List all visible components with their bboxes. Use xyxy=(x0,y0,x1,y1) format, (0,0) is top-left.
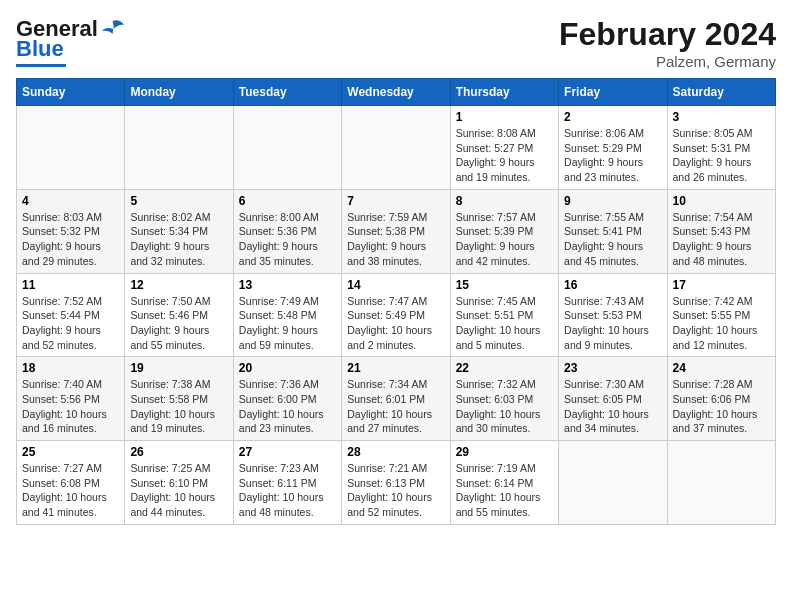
calendar-cell: 29Sunrise: 7:19 AMSunset: 6:14 PMDayligh… xyxy=(450,441,558,525)
calendar-cell: 7Sunrise: 7:59 AMSunset: 5:38 PMDaylight… xyxy=(342,189,450,273)
day-number: 9 xyxy=(564,194,661,208)
day-info: Sunrise: 7:34 AMSunset: 6:01 PMDaylight:… xyxy=(347,377,444,436)
day-number: 4 xyxy=(22,194,119,208)
weekday-header-thursday: Thursday xyxy=(450,79,558,106)
day-info: Sunrise: 8:03 AMSunset: 5:32 PMDaylight:… xyxy=(22,210,119,269)
calendar-cell: 17Sunrise: 7:42 AMSunset: 5:55 PMDayligh… xyxy=(667,273,775,357)
page-header: General Blue February 2024 Palzem, Germa… xyxy=(16,16,776,70)
day-info: Sunrise: 7:25 AMSunset: 6:10 PMDaylight:… xyxy=(130,461,227,520)
calendar-cell xyxy=(342,106,450,190)
day-number: 20 xyxy=(239,361,336,375)
day-number: 3 xyxy=(673,110,770,124)
weekday-header-tuesday: Tuesday xyxy=(233,79,341,106)
day-info: Sunrise: 7:42 AMSunset: 5:55 PMDaylight:… xyxy=(673,294,770,353)
day-info: Sunrise: 7:27 AMSunset: 6:08 PMDaylight:… xyxy=(22,461,119,520)
day-info: Sunrise: 7:38 AMSunset: 5:58 PMDaylight:… xyxy=(130,377,227,436)
calendar-cell xyxy=(125,106,233,190)
day-info: Sunrise: 7:28 AMSunset: 6:06 PMDaylight:… xyxy=(673,377,770,436)
calendar-cell: 12Sunrise: 7:50 AMSunset: 5:46 PMDayligh… xyxy=(125,273,233,357)
calendar-cell xyxy=(233,106,341,190)
day-number: 10 xyxy=(673,194,770,208)
day-number: 19 xyxy=(130,361,227,375)
day-info: Sunrise: 7:55 AMSunset: 5:41 PMDaylight:… xyxy=(564,210,661,269)
logo: General Blue xyxy=(16,16,124,67)
calendar-cell: 10Sunrise: 7:54 AMSunset: 5:43 PMDayligh… xyxy=(667,189,775,273)
day-number: 1 xyxy=(456,110,553,124)
calendar-week-1: 1Sunrise: 8:08 AMSunset: 5:27 PMDaylight… xyxy=(17,106,776,190)
day-number: 6 xyxy=(239,194,336,208)
weekday-header-monday: Monday xyxy=(125,79,233,106)
day-number: 2 xyxy=(564,110,661,124)
calendar-cell: 8Sunrise: 7:57 AMSunset: 5:39 PMDaylight… xyxy=(450,189,558,273)
calendar-cell: 16Sunrise: 7:43 AMSunset: 5:53 PMDayligh… xyxy=(559,273,667,357)
day-number: 14 xyxy=(347,278,444,292)
day-info: Sunrise: 7:54 AMSunset: 5:43 PMDaylight:… xyxy=(673,210,770,269)
calendar-cell: 6Sunrise: 8:00 AMSunset: 5:36 PMDaylight… xyxy=(233,189,341,273)
day-info: Sunrise: 7:45 AMSunset: 5:51 PMDaylight:… xyxy=(456,294,553,353)
day-info: Sunrise: 8:08 AMSunset: 5:27 PMDaylight:… xyxy=(456,126,553,185)
day-info: Sunrise: 7:32 AMSunset: 6:03 PMDaylight:… xyxy=(456,377,553,436)
calendar-table: SundayMondayTuesdayWednesdayThursdayFrid… xyxy=(16,78,776,525)
calendar-week-5: 25Sunrise: 7:27 AMSunset: 6:08 PMDayligh… xyxy=(17,441,776,525)
calendar-cell: 28Sunrise: 7:21 AMSunset: 6:13 PMDayligh… xyxy=(342,441,450,525)
calendar-cell: 19Sunrise: 7:38 AMSunset: 5:58 PMDayligh… xyxy=(125,357,233,441)
title-area: February 2024 Palzem, Germany xyxy=(559,16,776,70)
day-info: Sunrise: 7:59 AMSunset: 5:38 PMDaylight:… xyxy=(347,210,444,269)
day-info: Sunrise: 7:30 AMSunset: 6:05 PMDaylight:… xyxy=(564,377,661,436)
day-number: 27 xyxy=(239,445,336,459)
day-number: 11 xyxy=(22,278,119,292)
day-number: 22 xyxy=(456,361,553,375)
calendar-cell: 24Sunrise: 7:28 AMSunset: 6:06 PMDayligh… xyxy=(667,357,775,441)
day-info: Sunrise: 7:21 AMSunset: 6:13 PMDaylight:… xyxy=(347,461,444,520)
logo-bird-icon xyxy=(102,19,124,39)
calendar-cell: 3Sunrise: 8:05 AMSunset: 5:31 PMDaylight… xyxy=(667,106,775,190)
day-info: Sunrise: 8:06 AMSunset: 5:29 PMDaylight:… xyxy=(564,126,661,185)
day-number: 5 xyxy=(130,194,227,208)
day-number: 24 xyxy=(673,361,770,375)
day-info: Sunrise: 8:05 AMSunset: 5:31 PMDaylight:… xyxy=(673,126,770,185)
calendar-cell: 25Sunrise: 7:27 AMSunset: 6:08 PMDayligh… xyxy=(17,441,125,525)
day-info: Sunrise: 7:50 AMSunset: 5:46 PMDaylight:… xyxy=(130,294,227,353)
day-number: 13 xyxy=(239,278,336,292)
weekday-header-friday: Friday xyxy=(559,79,667,106)
calendar-cell: 15Sunrise: 7:45 AMSunset: 5:51 PMDayligh… xyxy=(450,273,558,357)
day-info: Sunrise: 7:40 AMSunset: 5:56 PMDaylight:… xyxy=(22,377,119,436)
day-info: Sunrise: 7:19 AMSunset: 6:14 PMDaylight:… xyxy=(456,461,553,520)
day-number: 29 xyxy=(456,445,553,459)
day-number: 28 xyxy=(347,445,444,459)
day-number: 15 xyxy=(456,278,553,292)
calendar-cell: 18Sunrise: 7:40 AMSunset: 5:56 PMDayligh… xyxy=(17,357,125,441)
calendar-cell: 23Sunrise: 7:30 AMSunset: 6:05 PMDayligh… xyxy=(559,357,667,441)
day-info: Sunrise: 7:57 AMSunset: 5:39 PMDaylight:… xyxy=(456,210,553,269)
day-info: Sunrise: 7:49 AMSunset: 5:48 PMDaylight:… xyxy=(239,294,336,353)
calendar-cell: 20Sunrise: 7:36 AMSunset: 6:00 PMDayligh… xyxy=(233,357,341,441)
day-number: 25 xyxy=(22,445,119,459)
calendar-cell: 1Sunrise: 8:08 AMSunset: 5:27 PMDaylight… xyxy=(450,106,558,190)
day-number: 23 xyxy=(564,361,661,375)
calendar-cell: 27Sunrise: 7:23 AMSunset: 6:11 PMDayligh… xyxy=(233,441,341,525)
day-info: Sunrise: 8:00 AMSunset: 5:36 PMDaylight:… xyxy=(239,210,336,269)
weekday-header-saturday: Saturday xyxy=(667,79,775,106)
calendar-cell xyxy=(17,106,125,190)
day-info: Sunrise: 8:02 AMSunset: 5:34 PMDaylight:… xyxy=(130,210,227,269)
calendar-cell: 14Sunrise: 7:47 AMSunset: 5:49 PMDayligh… xyxy=(342,273,450,357)
day-number: 21 xyxy=(347,361,444,375)
logo-blue-text: Blue xyxy=(16,36,64,62)
day-info: Sunrise: 7:52 AMSunset: 5:44 PMDaylight:… xyxy=(22,294,119,353)
weekday-header-sunday: Sunday xyxy=(17,79,125,106)
month-title: February 2024 xyxy=(559,16,776,53)
day-info: Sunrise: 7:47 AMSunset: 5:49 PMDaylight:… xyxy=(347,294,444,353)
calendar-cell xyxy=(559,441,667,525)
day-number: 8 xyxy=(456,194,553,208)
day-info: Sunrise: 7:36 AMSunset: 6:00 PMDaylight:… xyxy=(239,377,336,436)
day-number: 7 xyxy=(347,194,444,208)
calendar-cell: 5Sunrise: 8:02 AMSunset: 5:34 PMDaylight… xyxy=(125,189,233,273)
calendar-cell: 26Sunrise: 7:25 AMSunset: 6:10 PMDayligh… xyxy=(125,441,233,525)
calendar-cell: 11Sunrise: 7:52 AMSunset: 5:44 PMDayligh… xyxy=(17,273,125,357)
day-info: Sunrise: 7:23 AMSunset: 6:11 PMDaylight:… xyxy=(239,461,336,520)
day-number: 12 xyxy=(130,278,227,292)
header-row: SundayMondayTuesdayWednesdayThursdayFrid… xyxy=(17,79,776,106)
location: Palzem, Germany xyxy=(559,53,776,70)
calendar-cell: 9Sunrise: 7:55 AMSunset: 5:41 PMDaylight… xyxy=(559,189,667,273)
day-number: 26 xyxy=(130,445,227,459)
